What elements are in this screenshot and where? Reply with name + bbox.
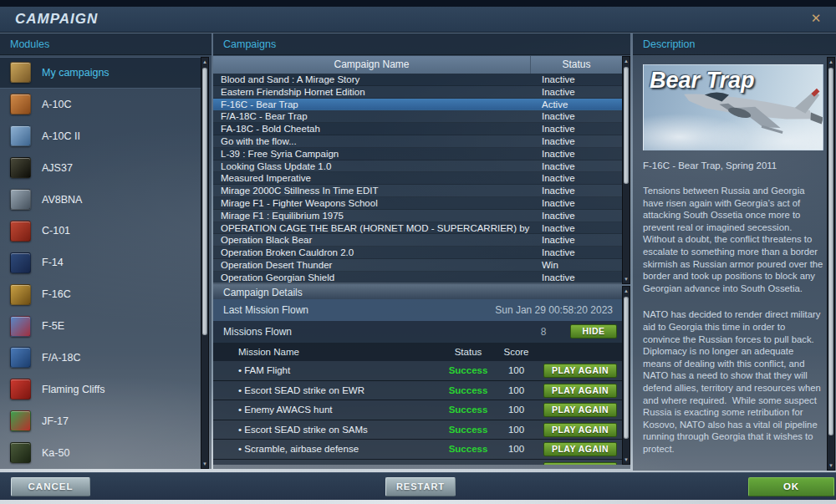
module-item[interactable]: F-5E [0, 310, 201, 342]
campaign-row[interactable]: Operation Broken Cauldron 2.0 Inactive [213, 247, 622, 259]
mission-name: FAM Flight [238, 361, 290, 380]
campaign-row[interactable]: Operation Desert Thunder Win [213, 259, 622, 272]
campaign-name: Mirage F1 - Fighter Weapons School [213, 197, 531, 209]
module-item[interactable]: Flaming Cliffs [0, 374, 201, 405]
module-item[interactable]: F-14 [0, 247, 201, 278]
module-label: Ka-50 [42, 447, 69, 459]
campaign-row[interactable]: Eastern Friendship Hornet Edition Inacti… [213, 86, 622, 99]
mission-row: Scramble, airbase defense Success 100 PL… [213, 440, 622, 460]
module-icon [10, 252, 31, 273]
ok-button[interactable]: OK [748, 477, 834, 496]
mission-row: FAM Flight Success 100 PLAY AGAIN [213, 361, 622, 381]
campaign-row[interactable]: FA-18C - Bold Cheetah Inactive [213, 123, 622, 135]
module-label: AJS37 [42, 162, 73, 174]
module-icon [10, 442, 31, 463]
module-icon [10, 316, 31, 337]
play-again-button[interactable]: PLAY AGAIN [543, 442, 617, 456]
campaign-row[interactable]: Blood and Sand : A Mirage Story Inactive [213, 74, 622, 86]
footer-bar: CANCEL RESTART OK [0, 472, 836, 500]
campaign-status: Inactive [531, 234, 622, 246]
mission-status: Success [439, 361, 497, 380]
module-icon [10, 379, 31, 400]
scroll-up-icon[interactable] [623, 57, 630, 65]
campaign-row[interactable]: OPERATION CAGE THE BEAR (HORNET MOD - SU… [213, 222, 622, 235]
window-top-strip [0, 0, 836, 7]
module-icon [10, 62, 31, 83]
restart-button[interactable]: RESTART [385, 477, 456, 496]
campaign-row[interactable]: Mirage F1 - Fighter Weapons School Inact… [213, 197, 622, 210]
description-paragraph: The Russian Air Force is expected to per… [643, 469, 823, 471]
campaign-status: Inactive [531, 272, 622, 283]
module-item[interactable]: F/A-18C [0, 342, 201, 374]
description-scrollbar[interactable] [827, 57, 835, 471]
campaign-row[interactable]: Mirage F1 : Equilibrium 1975 Inactive [213, 210, 622, 222]
module-icon [10, 125, 31, 146]
module-item[interactable]: C-101 [0, 215, 201, 247]
campaign-status: Active [531, 99, 622, 110]
play-again-button[interactable]: PLAY AGAIN [543, 364, 617, 378]
module-icon [10, 94, 31, 115]
campaigns-panel: Campaigns Campaign Name Status Blood and… [213, 33, 630, 469]
play-again-button[interactable]: PLAY AGAIN [543, 403, 617, 417]
campaign-name: F-16C - Bear Trap [213, 99, 531, 110]
module-item[interactable]: AJS37 [0, 152, 201, 184]
close-icon[interactable]: ✕ [808, 11, 823, 26]
campaigns-scrollbar[interactable] [622, 56, 630, 284]
campaign-image: Bear Trap [643, 64, 823, 150]
module-label: C-101 [42, 225, 70, 237]
module-icon [10, 189, 31, 210]
play-again-button[interactable]: PLAY AGAIN [543, 384, 617, 398]
scrollbar-thumb[interactable] [828, 68, 833, 435]
scroll-up-icon[interactable] [828, 58, 834, 66]
last-mission-row: Last Mission Flown Sun Jan 29 00:58:20 2… [213, 299, 630, 321]
mission-status: Success [439, 400, 497, 420]
campaign-status: Inactive [531, 210, 622, 221]
campaign-name: Looking Glass Update 1.0 [213, 160, 531, 172]
missions-scrollbar[interactable] [622, 286, 630, 465]
cancel-button[interactable]: CANCEL [11, 477, 90, 496]
campaign-status: Win [531, 259, 622, 271]
play-again-button[interactable]: PLAY AGAIN [543, 423, 617, 437]
scroll-down-icon[interactable] [623, 275, 630, 283]
campaign-row[interactable]: Go with the flow... Inactive [213, 135, 622, 148]
module-item[interactable]: JF-17 [0, 405, 201, 437]
campaign-status: Inactive [531, 185, 622, 196]
campaign-row[interactable]: Operation Georgian Shield Inactive [213, 272, 622, 283]
scrollbar-thumb[interactable] [202, 68, 207, 335]
module-item[interactable]: Ka-50 [0, 437, 201, 469]
module-label: My campaigns [42, 67, 110, 79]
module-item[interactable]: A-10C [0, 89, 201, 120]
scrollbar-thumb[interactable] [624, 297, 629, 439]
module-label: JF-17 [42, 415, 69, 427]
hide-button[interactable]: HIDE [570, 324, 617, 339]
module-item[interactable]: My campaigns [0, 57, 201, 89]
module-label: F/A-18C [42, 352, 81, 364]
scroll-up-icon[interactable] [201, 58, 208, 66]
scroll-down-icon[interactable] [201, 460, 208, 468]
scroll-down-icon[interactable] [828, 461, 834, 470]
campaign-row[interactable]: Measured Imperative Inactive [213, 172, 622, 185]
campaign-row[interactable]: Operation Black Bear Inactive [213, 234, 622, 247]
description-content: Bear Trap F-16C - Bear Trap, Spring 2011… [643, 55, 823, 471]
campaign-status: Inactive [531, 222, 622, 234]
campaign-row[interactable]: F-16C - Bear Trap Active [213, 99, 622, 111]
module-item[interactable]: AV8BNA [0, 184, 201, 216]
campaign-name: Operation Georgian Shield [213, 272, 531, 283]
module-item[interactable]: F-16C [0, 278, 201, 310]
mission-name: Escort SEAD strike on SAMs [238, 420, 368, 440]
play-again-button[interactable]: PLAY AGAIN [543, 462, 617, 466]
scroll-up-icon[interactable] [623, 287, 630, 295]
campaign-status: Inactive [531, 74, 622, 85]
campaign-row[interactable]: L-39 : Free Syria Campaign Inactive [213, 148, 622, 160]
campaign-row[interactable]: Mirage 2000C Stillness In Time EDIT Inac… [213, 185, 622, 197]
scrollbar-thumb[interactable] [624, 67, 629, 184]
campaign-name: Operation Black Bear [213, 234, 531, 246]
column-mission-score: Score [497, 343, 535, 361]
campaign-row[interactable]: F/A-18C - Bear Trap Inactive [213, 110, 622, 123]
module-label: Flaming Cliffs [42, 384, 104, 395]
modules-scrollbar[interactable] [201, 57, 209, 469]
campaign-name: Measured Imperative [213, 172, 531, 184]
campaign-row[interactable]: Looking Glass Update 1.0 Inactive [213, 160, 622, 173]
module-item[interactable]: A-10C II [0, 120, 201, 152]
scroll-down-icon[interactable] [623, 456, 630, 464]
